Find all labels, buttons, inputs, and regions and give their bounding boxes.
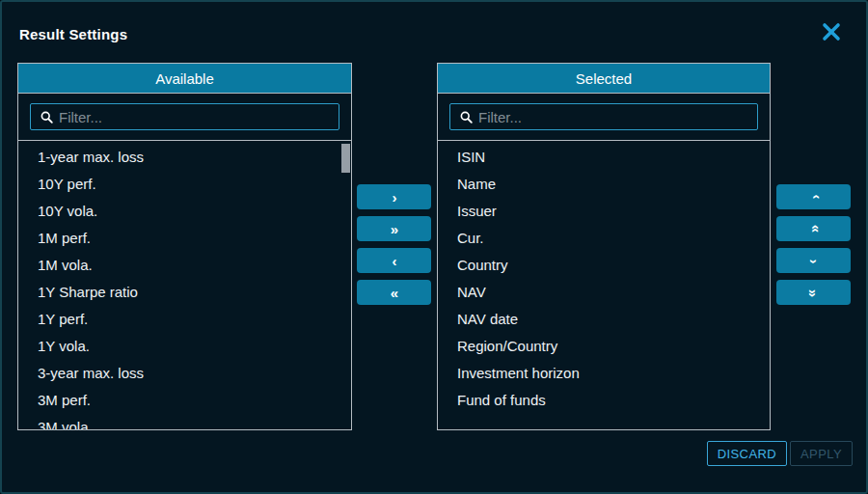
selected-filter-box[interactable]	[449, 103, 758, 130]
list-item[interactable]: Region/Country	[438, 333, 770, 360]
selected-filter-input[interactable]	[478, 109, 748, 125]
list-item[interactable]: Investment horizon	[438, 360, 770, 387]
list-item[interactable]: 3-year max. loss	[18, 360, 351, 387]
available-scrollbar-thumb[interactable]	[341, 144, 350, 173]
available-filter-input[interactable]	[59, 109, 330, 125]
list-item[interactable]: 10Y vola.	[18, 198, 351, 225]
move-left-button[interactable]: ‹	[357, 248, 431, 273]
move-right-button[interactable]: ›	[357, 184, 431, 209]
chevron-up-icon: ›	[806, 195, 821, 199]
chevron-left-icon: ‹	[393, 254, 396, 268]
list-item[interactable]: 1M vola.	[18, 252, 351, 279]
list-item[interactable]: 1Y perf.	[18, 306, 351, 333]
list-item[interactable]: Fund of funds	[438, 387, 770, 414]
available-list: 1-year max. loss10Y perf.10Y vola.1M per…	[18, 141, 351, 429]
list-item[interactable]: NAV date	[438, 306, 770, 333]
page-title: Result Settings	[19, 26, 127, 42]
chevron-double-right-icon: »	[391, 222, 397, 236]
list-item[interactable]: Name	[438, 171, 770, 198]
list-item[interactable]: 3M vola.	[18, 414, 351, 429]
search-icon	[40, 110, 54, 124]
chevron-down-icon: ›	[806, 259, 821, 262]
list-item[interactable]: 1Y Sharpe ratio	[18, 279, 351, 306]
list-item[interactable]: Country	[438, 252, 770, 279]
order-button-column: › » › »	[776, 184, 851, 305]
list-item[interactable]: 1Y vola.	[18, 333, 351, 360]
move-to-bottom-button[interactable]: »	[776, 280, 851, 305]
list-item[interactable]: 3M perf.	[18, 387, 351, 414]
list-item[interactable]: 10Y perf.	[18, 171, 351, 198]
chevron-right-icon: ›	[393, 190, 396, 205]
move-all-left-button[interactable]: «	[357, 280, 431, 305]
close-icon	[822, 22, 841, 44]
move-all-right-button[interactable]: »	[357, 216, 431, 241]
list-item[interactable]: Issuer	[438, 198, 770, 225]
chevron-double-up-icon: »	[806, 225, 821, 232]
available-filter-box[interactable]	[30, 103, 339, 130]
list-item[interactable]: NAV	[438, 279, 770, 306]
selected-panel: Selected ISINNameIssuerCur.CountryNAVNAV…	[437, 63, 771, 430]
move-to-top-button[interactable]: »	[776, 216, 851, 241]
apply-button[interactable]: APPLY	[790, 441, 853, 466]
discard-button[interactable]: DISCARD	[707, 441, 787, 466]
transfer-button-column: › » ‹ «	[357, 184, 431, 305]
chevron-double-down-icon: »	[806, 288, 821, 295]
available-panel: Available 1-year max. loss10Y perf.10Y v…	[17, 63, 352, 430]
close-button[interactable]	[818, 19, 845, 46]
chevron-double-left-icon: «	[391, 286, 397, 300]
selected-header: Selected	[438, 64, 770, 94]
list-item[interactable]: 1M perf.	[18, 225, 351, 252]
list-item[interactable]: 1-year max. loss	[18, 144, 351, 171]
available-filter-row	[18, 94, 351, 141]
selected-list: ISINNameIssuerCur.CountryNAVNAV dateRegi…	[438, 141, 770, 429]
available-header: Available	[18, 64, 351, 94]
selected-filter-row	[438, 94, 770, 141]
result-settings-dialog: Result Settings Available 1-year max. lo…	[0, 0, 868, 494]
list-item[interactable]: ISIN	[438, 144, 770, 171]
search-icon	[459, 110, 474, 124]
footer-actions: DISCARD APPLY	[707, 441, 853, 466]
list-item[interactable]: Cur.	[438, 225, 770, 252]
move-down-button[interactable]: ›	[776, 248, 851, 273]
move-up-button[interactable]: ›	[776, 184, 851, 209]
